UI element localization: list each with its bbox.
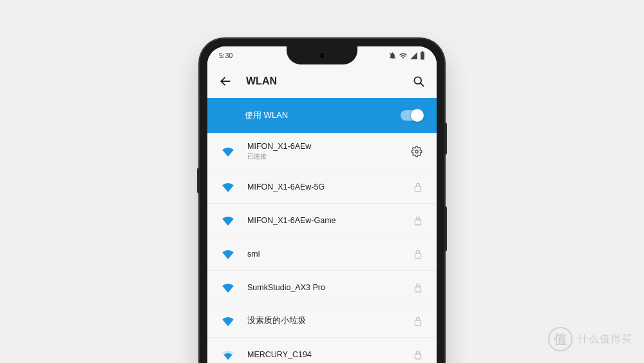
notch	[287, 46, 357, 64]
lock-icon	[413, 316, 422, 326]
svg-line-5	[421, 83, 424, 86]
gear-icon[interactable]	[411, 146, 422, 157]
network-info: sml	[247, 250, 401, 259]
wifi-icon	[222, 182, 234, 192]
wifi-icon	[222, 282, 234, 293]
network-item[interactable]: MIFON_X1-6AEw-5G	[207, 170, 437, 204]
network-ssid: SumkStudio_AX3 Pro	[247, 283, 401, 292]
network-list: MIFON_X1-6AEw 已连接 MIFON_X1-6AEw-5G MIFON…	[207, 133, 437, 363]
wifi-icon	[222, 249, 234, 259]
wlan-toggle-switch[interactable]	[401, 110, 422, 121]
network-item-connected[interactable]: MIFON_X1-6AEw 已连接	[207, 133, 437, 170]
page-title: WLAN	[246, 75, 398, 87]
wifi-icon	[222, 316, 234, 326]
network-info: 没素质的小垃圾	[247, 315, 401, 326]
watermark: 值 什么值得买	[548, 327, 632, 351]
lock-icon	[413, 182, 422, 192]
wifi-icon	[222, 146, 234, 157]
screen: 5:30 WLAN 使用 WLAN MIFON_X1-6AEw 已连接	[207, 46, 437, 363]
battery-icon	[420, 51, 425, 60]
network-item[interactable]: sml	[207, 237, 437, 271]
network-info: MIFON_X1-6AEw-Game	[247, 216, 401, 225]
lock-icon	[413, 215, 422, 226]
phone-frame: 5:30 WLAN 使用 WLAN MIFON_X1-6AEw 已连接	[200, 39, 444, 363]
wlan-toggle-bar[interactable]: 使用 WLAN	[207, 98, 437, 133]
wlan-toggle-label: 使用 WLAN	[245, 110, 288, 121]
network-info: MIFON_X1-6AEw 已连接	[247, 142, 398, 161]
lock-icon	[413, 249, 422, 259]
search-icon[interactable]	[412, 75, 425, 88]
svg-rect-12	[415, 353, 421, 358]
network-ssid: MERCURY_C194	[247, 350, 401, 359]
status-time: 5:30	[219, 52, 232, 59]
lock-icon	[413, 282, 422, 293]
lock-icon	[413, 349, 422, 360]
network-ssid: sml	[247, 250, 401, 259]
watermark-logo: 值	[548, 327, 573, 351]
network-info: MERCURY_C194	[247, 350, 401, 359]
network-item[interactable]: MIFON_X1-6AEw-Game	[207, 204, 437, 237]
svg-rect-11	[415, 320, 421, 325]
back-icon[interactable]	[219, 75, 232, 88]
network-ssid: 没素质的小垃圾	[247, 315, 401, 326]
network-item[interactable]: 没素质的小垃圾	[207, 304, 437, 338]
network-ssid: MIFON_X1-6AEw-Game	[247, 216, 401, 225]
network-ssid: MIFON_X1-6AEw	[247, 142, 398, 151]
wifi-icon	[222, 215, 234, 226]
svg-rect-2	[422, 51, 423, 52]
wifi-status-icon	[399, 52, 408, 60]
watermark-text: 什么值得买	[578, 333, 632, 346]
network-item[interactable]: SumkStudio_AX3 Pro	[207, 271, 437, 304]
network-status: 已连接	[247, 152, 398, 161]
network-ssid: MIFON_X1-6AEw-5G	[247, 182, 401, 191]
svg-rect-7	[415, 186, 421, 191]
app-header: WLAN	[207, 64, 437, 98]
network-item[interactable]: MERCURY_C194	[207, 338, 437, 363]
network-info: MIFON_X1-6AEw-5G	[247, 182, 401, 191]
svg-rect-8	[415, 219, 421, 224]
svg-point-6	[415, 150, 419, 153]
do-not-disturb-icon	[388, 52, 397, 60]
network-info: SumkStudio_AX3 Pro	[247, 283, 401, 292]
svg-rect-10	[415, 286, 421, 291]
status-icons	[388, 51, 425, 60]
svg-rect-9	[415, 253, 421, 258]
side-button	[197, 168, 200, 193]
cell-signal-icon	[410, 52, 418, 60]
wifi-icon	[222, 349, 234, 360]
svg-rect-1	[421, 52, 424, 60]
